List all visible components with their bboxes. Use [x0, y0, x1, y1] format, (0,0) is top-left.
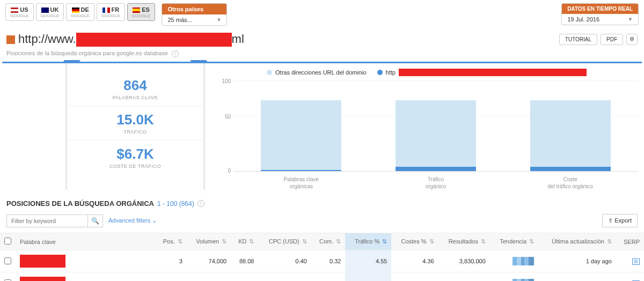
realtime-date[interactable]: 19 Jul. 2016 ▼	[562, 14, 638, 25]
column-header[interactable]: SERP	[616, 233, 644, 250]
country-tile-fr[interactable]: FRgoogle	[97, 3, 125, 21]
redacted-block	[20, 277, 65, 281]
trend-sparkline	[513, 257, 534, 265]
site-icon	[6, 35, 15, 44]
advanced-filters-link[interactable]: Advanced filters ⌄	[108, 217, 157, 224]
table-row: 374,00088.080.400.324.554.363,830,0001 d…	[0, 250, 644, 272]
realtime-date-selector[interactable]: DATOS EN TIEMPO REAL 19 Jul. 2016 ▼	[561, 3, 639, 25]
chart-bar-label: Palabras claveorgánicas	[261, 176, 341, 190]
gear-icon: ⚙	[630, 36, 634, 42]
info-icon[interactable]: i	[172, 50, 179, 57]
export-button[interactable]: ⇪ Export	[602, 214, 638, 227]
flag-icon	[133, 8, 140, 13]
kpi-cost-value: $6.7K	[65, 146, 205, 162]
other-countries-header: Otros países	[162, 4, 226, 14]
tutorial-button[interactable]: TUTORIAL	[559, 34, 597, 45]
sort-icon: ⇅	[607, 238, 612, 245]
column-header[interactable]: Costes % ⇅	[391, 233, 438, 250]
trend-sparkline	[513, 279, 534, 281]
column-header[interactable]: CPC (USD) ⇅	[258, 233, 311, 250]
select-all-checkbox[interactable]	[4, 238, 11, 245]
sort-icon: ⇅	[529, 238, 534, 245]
chevron-down-icon: ⌄	[152, 217, 157, 224]
column-header[interactable]: Tráfico % ⇅	[345, 233, 391, 250]
sort-icon: ⇅	[302, 238, 307, 245]
row-checkbox[interactable]	[4, 257, 11, 264]
keywords-table: Palabra clavePos. ⇅Volumen ⇅KD ⇅CPC (USD…	[0, 233, 644, 281]
realtime-header: DATOS EN TIEMPO REAL	[562, 4, 638, 14]
flag-icon	[11, 8, 18, 13]
legend-dot-icon	[267, 70, 272, 75]
sort-icon: ⇅	[249, 238, 254, 245]
flag-icon	[41, 8, 49, 13]
sort-icon: ⇅	[481, 238, 486, 245]
country-tile-uk[interactable]: UKgoogle	[36, 3, 64, 21]
chart-bar-label: Tráficoorgánico	[396, 176, 476, 190]
info-icon[interactable]: i	[197, 200, 204, 207]
search-icon: 🔍	[91, 217, 99, 225]
kpi-panel: 864PALABRAS CLAVE 15.0KTRÁFICO $6.7KCOST…	[65, 63, 205, 190]
kpi-traffic-value: 15.0K	[65, 112, 205, 128]
sort-icon: ⇅	[429, 238, 434, 245]
settings-button[interactable]: ⚙	[626, 34, 638, 45]
legend-other-urls: Otras direcciones URL del dominio	[267, 69, 367, 76]
search-button[interactable]: 🔍	[87, 215, 103, 227]
column-header[interactable]: Resultados ⇅	[438, 233, 490, 250]
chart-bar	[261, 100, 341, 171]
sort-icon: ⇅	[382, 238, 387, 245]
chevron-down-icon: ▼	[217, 17, 222, 23]
chart-bar-label: Costedel tráfico orgánico	[530, 176, 611, 190]
column-header[interactable]: Palabra clave	[16, 233, 155, 250]
legend-this-url: http	[377, 69, 587, 76]
country-tile-de[interactable]: DEgoogle	[66, 3, 94, 21]
chevron-down-icon: ▼	[628, 17, 633, 22]
country-tile-us[interactable]: USgoogle	[5, 3, 34, 21]
other-countries-selector[interactable]: Otros países 25 más... ▼	[162, 3, 227, 26]
share-chart: 100 50 0	[216, 80, 638, 172]
column-header[interactable]: Tendencia ⇅	[490, 233, 539, 250]
other-countries-select[interactable]: 25 más... ▼	[162, 14, 226, 25]
column-header[interactable]: Pos. ⇅	[155, 233, 187, 250]
keyword-filter-input[interactable]	[7, 215, 87, 227]
export-icon: ⇪	[608, 217, 614, 224]
redacted-block	[399, 69, 587, 76]
kpi-keywords-value: 864	[65, 77, 205, 94]
legend-dot-icon	[377, 70, 383, 75]
column-header[interactable]	[0, 233, 16, 250]
column-header[interactable]: KD ⇅	[231, 233, 258, 250]
section-range: 1 - 100 (864)	[157, 200, 194, 208]
page-url: http://www.ml	[18, 32, 244, 47]
keyword-filter[interactable]: 🔍	[6, 215, 103, 227]
sort-icon: ⇅	[178, 238, 182, 245]
chart-bar	[530, 100, 611, 171]
section-title: POSICIONES DE LA BÚSQUEDA ORGÁNICA	[6, 199, 154, 208]
column-header[interactable]: Última actualización ⇅	[538, 233, 616, 250]
redacted-block	[20, 255, 65, 268]
redacted-block	[76, 33, 232, 47]
table-row: 414,80084.680.430.190.700.72498,00020 hr…	[0, 272, 644, 281]
flag-icon	[103, 8, 110, 13]
flag-icon	[72, 8, 79, 13]
sort-icon: ⇅	[336, 238, 341, 245]
serp-icon[interactable]: ▤	[632, 258, 640, 265]
page-subtitle: Posiciones de la búsqueda orgánica para …	[6, 50, 168, 56]
country-tile-es[interactable]: ESgoogle	[127, 3, 156, 21]
pdf-button[interactable]: PDF	[601, 34, 623, 45]
column-header[interactable]: Com. ⇅	[311, 233, 346, 250]
column-header[interactable]: Volumen ⇅	[187, 233, 231, 250]
chart-bar	[396, 100, 476, 171]
sort-icon: ⇅	[222, 238, 226, 245]
